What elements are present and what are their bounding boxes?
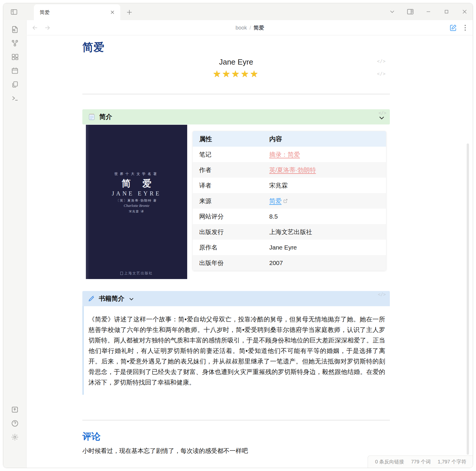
tab-list-chevron-icon[interactable]	[388, 8, 396, 16]
collapse-chevron-icon[interactable]	[378, 116, 386, 120]
col-header-attribute: 属性	[199, 135, 269, 143]
book-subtitle: Jane Eyre	[82, 58, 390, 67]
table-row: 笔记 摘录：简爱	[193, 147, 386, 162]
close-window-icon[interactable]	[461, 8, 469, 16]
table-row: 来源 简爱	[193, 193, 386, 209]
author-link[interactable]: 英/夏洛蒂·勃朗特	[269, 166, 316, 174]
summary-callout-body: 《简爱》讲述了这样一个故事：简•爱自幼父母双亡，投靠冷酷的舅母，但舅母无情地抛弃…	[82, 306, 390, 395]
collapse-chevron-icon[interactable]	[129, 297, 134, 301]
table-row: 出版发行 上海文艺出版社	[193, 224, 386, 240]
source-external-link[interactable]: 简爱	[269, 197, 282, 205]
cover-title-en: JANE EYRE	[86, 190, 187, 197]
dashboard-icon[interactable]	[11, 53, 19, 61]
divider	[82, 94, 390, 94]
book-cover-image: 世界十大文学名著 简爱 JANE EYRE 〔英〕夏洛蒂·勃朗特 著 Charl…	[86, 125, 187, 279]
tab-jane-eyre[interactable]: 简爱	[34, 4, 120, 20]
table-row: 译者 宋兆霖	[193, 178, 386, 193]
right-sidebar-toggle-icon[interactable]	[406, 8, 414, 16]
cover-author-cn: 〔英〕夏洛蒂·勃朗特 著	[86, 198, 187, 203]
table-row: 原作名 Jane Eyre	[193, 240, 386, 255]
summary-callout-title: 书籍简介	[99, 294, 124, 303]
pencil-icon	[88, 295, 95, 302]
vault-switcher-icon[interactable]	[11, 405, 19, 414]
status-bar: 0 条反向链接 779 个词 1,797 个字符	[368, 456, 473, 468]
external-link-icon	[283, 199, 288, 203]
publisher-logo	[120, 272, 123, 275]
col-header-content: 内容	[269, 135, 282, 143]
breadcrumb-folder[interactable]: book	[235, 25, 247, 31]
left-ribbon	[3, 20, 27, 468]
tab-close-icon[interactable]	[109, 8, 116, 16]
titlebar: 简爱	[3, 3, 473, 20]
file-search-icon[interactable]	[11, 25, 19, 34]
rating-stars: ★★★★★	[82, 68, 390, 79]
properties-table: 属性 内容 笔记 摘录：简爱 作者 英/夏洛蒂·勃朗特 译者	[192, 131, 386, 271]
maximize-icon[interactable]	[442, 8, 451, 16]
breadcrumb: book / 简爱	[27, 20, 473, 35]
edit-block-icon[interactable]: </>	[378, 292, 386, 297]
main-pane: book / 简爱 简爱 Jane Eyre	[27, 20, 473, 468]
cover-translator: 宋兆霖 译	[86, 209, 187, 214]
edit-block-icon[interactable]: </>	[377, 71, 386, 77]
terminal-icon[interactable]	[11, 94, 19, 103]
book-summary-text: 《简爱》讲述了这样一个故事：简•爱自幼父母双亡，投靠冷酷的舅母，但舅母无情地抛弃…	[88, 314, 385, 388]
new-tab-icon[interactable]	[125, 8, 134, 17]
page-title: 简爱	[82, 40, 390, 55]
minimize-icon[interactable]	[424, 8, 432, 16]
table-row: 作者 英/夏洛蒂·勃朗特	[193, 162, 386, 178]
intro-callout-title: 简介	[99, 112, 112, 121]
char-count: 1,797 个字符	[438, 458, 466, 465]
cover-series-text: 世界十大文学名著	[86, 172, 187, 176]
table-row: 出版年份 2007	[193, 255, 386, 271]
table-row: 网站评分 8.5	[193, 209, 386, 224]
note-content: 简爱 Jane Eyre </> ★★★★★ </>	[27, 35, 473, 468]
left-sidebar-toggle-icon[interactable]	[9, 7, 19, 17]
copy-files-icon[interactable]	[11, 80, 19, 89]
calendar-icon[interactable]	[11, 66, 19, 75]
help-icon[interactable]	[11, 419, 19, 428]
cover-title-cn: 简爱	[86, 177, 187, 190]
app-window: 简爱	[3, 3, 473, 468]
scrollbar-thumb[interactable]	[467, 143, 469, 455]
notepad-icon	[88, 113, 95, 121]
cover-publisher: 上海文艺出版社	[86, 271, 187, 276]
cover-author-en: Charlotte Bronte	[86, 203, 187, 208]
tab-title: 简爱	[40, 9, 109, 16]
comment-text: 小时候看过，现在基本忘了剧情了，每次读的感受都不一样吧	[82, 447, 390, 455]
edit-block-icon[interactable]: </>	[377, 59, 386, 64]
more-options-icon[interactable]	[464, 24, 466, 31]
word-count: 779 个词	[411, 458, 431, 465]
table-header-row: 属性 内容	[193, 131, 386, 147]
divider	[82, 420, 390, 420]
settings-gear-icon[interactable]	[11, 433, 19, 441]
breadcrumb-page[interactable]: 简爱	[254, 24, 264, 31]
graph-view-icon[interactable]	[11, 39, 19, 48]
summary-callout-header[interactable]: 书籍简介 </>	[82, 291, 390, 306]
view-header: book / 简爱	[27, 20, 473, 35]
note-link[interactable]: 摘录：简爱	[269, 150, 300, 159]
intro-callout-header[interactable]: 简介 </>	[82, 109, 390, 124]
comments-heading: 评论	[82, 430, 390, 443]
edit-block-icon[interactable]: </>	[378, 110, 386, 116]
breadcrumb-separator: /	[250, 25, 251, 31]
backlinks-count[interactable]: 0 条反向链接	[375, 458, 404, 465]
edit-mode-icon[interactable]	[449, 24, 457, 32]
